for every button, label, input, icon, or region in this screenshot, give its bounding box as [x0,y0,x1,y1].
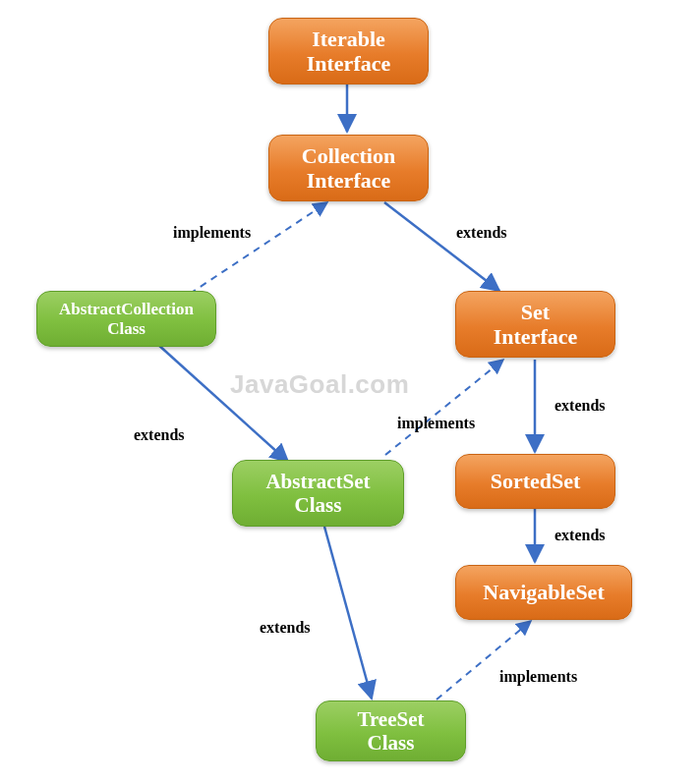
iterable-interface-node: Iterable Interface [268,18,429,84]
iterable-label-2: Interface [307,51,391,76]
collection-label-2: Interface [307,168,391,193]
navigable-set-node: NavigableSet [455,565,632,620]
svg-line-7 [324,527,372,699]
sorted-set-label: SortedSet [491,469,581,493]
iterable-label-1: Iterable [312,27,385,51]
label-implements-tree-nav: implements [499,668,577,686]
label-extends-1: extends [456,224,507,242]
label-extends-as-tree: extends [260,619,311,637]
svg-line-2 [384,202,499,291]
set-label-2: Interface [494,324,578,349]
set-label-1: Set [521,300,550,324]
watermark-text: JavaGoal.com [230,369,409,400]
svg-line-4 [385,360,503,455]
tree-set-label-2: Class [368,731,415,755]
abstract-set-label-2: Class [295,493,342,517]
set-interface-node: Set Interface [455,291,615,358]
collection-label-1: Collection [302,143,395,168]
label-extends-set-sorted: extends [554,397,606,415]
label-extends-ac-as: extends [134,426,185,444]
abstract-collection-label-1: AbstractCollection [59,300,194,319]
svg-line-1 [190,202,327,294]
abstract-set-label-1: AbstractSet [265,470,370,493]
svg-line-3 [157,344,288,462]
sorted-set-node: SortedSet [455,454,615,509]
svg-line-8 [437,621,531,700]
collection-interface-node: Collection Interface [268,135,429,201]
connector-layer [0,0,700,784]
navigable-set-label: NavigableSet [483,580,604,604]
tree-set-class-node: TreeSet Class [316,700,466,761]
tree-set-label-1: TreeSet [357,707,424,731]
label-implements-as-set: implements [397,415,475,432]
label-implements-1: implements [173,224,251,242]
abstract-collection-class-node: AbstractCollection Class [36,291,216,347]
label-extends-sorted-nav: extends [554,527,606,544]
abstract-set-class-node: AbstractSet Class [232,460,404,527]
abstract-collection-label-2: Class [107,319,146,339]
